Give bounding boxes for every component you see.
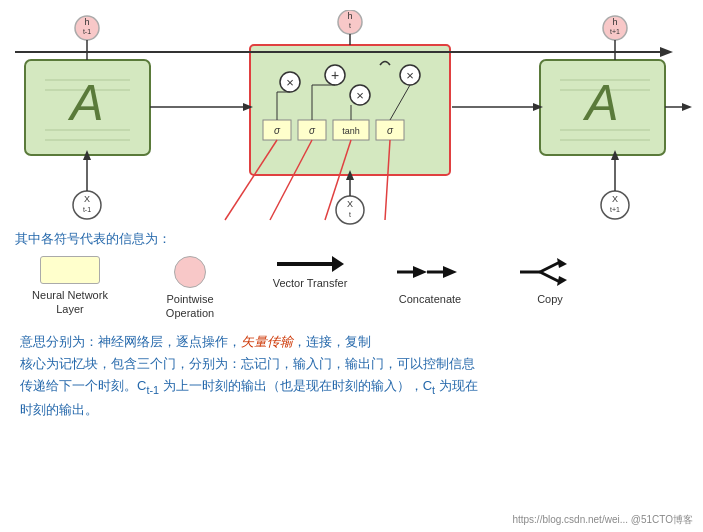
copy-symbol xyxy=(515,256,585,288)
bottom-line1: 意思分别为：神经网络层，逐点操作，矢量传输，连接，复制 xyxy=(20,331,683,353)
svg-text:h: h xyxy=(347,11,352,21)
bottom-text: 意思分别为：神经网络层，逐点操作，矢量传输，连接，复制 核心为记忆块，包含三个门… xyxy=(15,331,688,421)
main-container: A σ σ tanh σ × + × xyxy=(0,0,703,431)
svg-marker-76 xyxy=(443,266,457,278)
pointwise-label: Pointwise Operation xyxy=(145,292,235,321)
vector-line xyxy=(277,262,332,266)
vector-head xyxy=(332,256,344,272)
svg-text:σ: σ xyxy=(309,125,316,136)
highlight-vector: 矢量传输 xyxy=(241,334,293,349)
svg-text:X: X xyxy=(612,194,618,204)
caption-text: 其中各符号代表的信息为： xyxy=(15,230,688,248)
svg-text:X: X xyxy=(84,194,90,204)
nn-layer-label: Neural Network Layer xyxy=(25,288,115,317)
svg-text:σ: σ xyxy=(274,125,281,136)
copy-label: Copy xyxy=(537,292,563,306)
svg-text:tanh: tanh xyxy=(342,126,360,136)
svg-text:X: X xyxy=(347,199,353,209)
legend-pointwise: Pointwise Operation xyxy=(145,256,235,321)
legend-row: Neural Network Layer Pointwise Operation… xyxy=(15,256,688,321)
lstm-diagram: A σ σ tanh σ × + × xyxy=(15,10,695,230)
svg-text:×: × xyxy=(406,68,414,83)
legend-concatenate: Concatenate xyxy=(385,256,475,306)
svg-text:×: × xyxy=(286,75,294,90)
svg-text:t: t xyxy=(349,211,351,218)
svg-text:×: × xyxy=(356,88,364,103)
nn-layer-symbol xyxy=(40,256,100,284)
bottom-line3: 传递给下一个时刻。Ct-1 为上一时刻的输出（也是现在时刻的输入），Ct 为现在 xyxy=(20,375,683,399)
right-block-label: A xyxy=(582,75,618,131)
watermark: https://blog.csdn.net/wei... @51CTO博客 xyxy=(512,513,693,527)
pointwise-symbol xyxy=(174,256,206,288)
vector-label: Vector Transfer xyxy=(273,276,348,290)
svg-text:t-1: t-1 xyxy=(83,28,91,35)
concatenate-label: Concatenate xyxy=(399,292,461,306)
legend-copy: Copy xyxy=(505,256,595,306)
svg-text:h: h xyxy=(612,17,617,27)
svg-text:t-1: t-1 xyxy=(83,206,91,213)
bottom-line2: 核心为记忆块，包含三个门，分别为：忘记门，输入门，输出门，可以控制信息 xyxy=(20,353,683,375)
svg-text:t: t xyxy=(349,22,351,29)
bottom-line4: 时刻的输出。 xyxy=(20,399,683,421)
svg-line-80 xyxy=(540,272,560,282)
svg-marker-79 xyxy=(557,258,567,268)
svg-text:h: h xyxy=(84,17,89,27)
svg-marker-81 xyxy=(557,276,567,286)
svg-marker-28 xyxy=(660,47,673,57)
concatenate-symbol xyxy=(395,256,465,288)
svg-marker-74 xyxy=(413,266,427,278)
legend-vector: Vector Transfer xyxy=(265,256,355,290)
svg-rect-5 xyxy=(250,45,450,175)
svg-line-78 xyxy=(540,262,560,272)
vector-symbol xyxy=(277,256,344,272)
left-block-label: A xyxy=(67,75,103,131)
legend-nn-layer: Neural Network Layer xyxy=(25,256,115,317)
svg-text:t+1: t+1 xyxy=(610,28,620,35)
svg-text:σ: σ xyxy=(387,125,394,136)
svg-text:+: + xyxy=(331,67,339,83)
svg-text:t+1: t+1 xyxy=(610,206,620,213)
svg-marker-46 xyxy=(682,103,692,111)
